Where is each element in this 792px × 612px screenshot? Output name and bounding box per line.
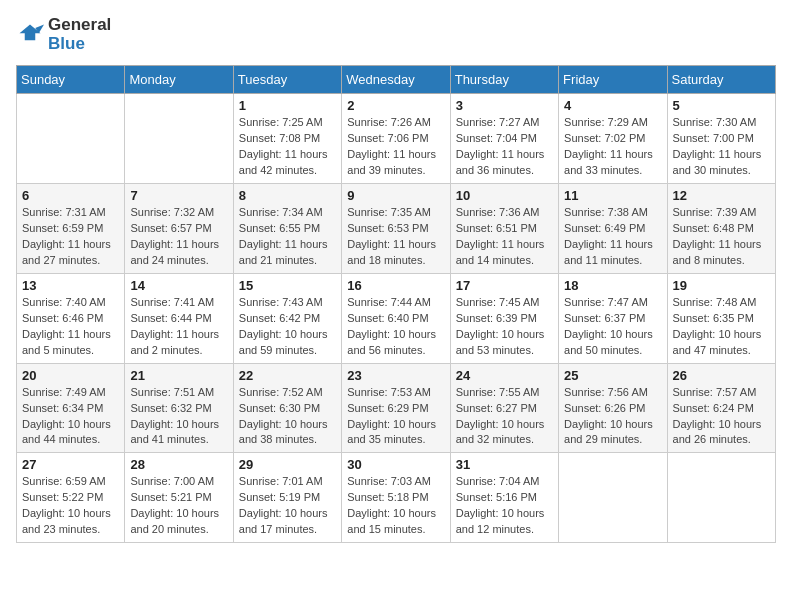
day-info: Sunrise: 7:01 AM Sunset: 5:19 PM Dayligh… (239, 474, 336, 538)
calendar-cell: 5Sunrise: 7:30 AM Sunset: 7:00 PM Daylig… (667, 94, 775, 184)
day-info: Sunrise: 7:48 AM Sunset: 6:35 PM Dayligh… (673, 295, 770, 359)
calendar-cell: 13Sunrise: 7:40 AM Sunset: 6:46 PM Dayli… (17, 273, 125, 363)
day-info: Sunrise: 7:47 AM Sunset: 6:37 PM Dayligh… (564, 295, 661, 359)
day-number: 30 (347, 457, 444, 472)
day-number: 6 (22, 188, 119, 203)
day-info: Sunrise: 7:26 AM Sunset: 7:06 PM Dayligh… (347, 115, 444, 179)
calendar-cell: 19Sunrise: 7:48 AM Sunset: 6:35 PM Dayli… (667, 273, 775, 363)
calendar-cell: 21Sunrise: 7:51 AM Sunset: 6:32 PM Dayli… (125, 363, 233, 453)
day-info: Sunrise: 7:41 AM Sunset: 6:44 PM Dayligh… (130, 295, 227, 359)
calendar-cell: 29Sunrise: 7:01 AM Sunset: 5:19 PM Dayli… (233, 453, 341, 543)
day-number: 23 (347, 368, 444, 383)
day-info: Sunrise: 7:56 AM Sunset: 6:26 PM Dayligh… (564, 385, 661, 449)
day-number: 9 (347, 188, 444, 203)
day-info: Sunrise: 7:38 AM Sunset: 6:49 PM Dayligh… (564, 205, 661, 269)
day-info: Sunrise: 7:39 AM Sunset: 6:48 PM Dayligh… (673, 205, 770, 269)
calendar-cell: 9Sunrise: 7:35 AM Sunset: 6:53 PM Daylig… (342, 184, 450, 274)
calendar-cell: 11Sunrise: 7:38 AM Sunset: 6:49 PM Dayli… (559, 184, 667, 274)
day-number: 19 (673, 278, 770, 293)
calendar-cell: 31Sunrise: 7:04 AM Sunset: 5:16 PM Dayli… (450, 453, 558, 543)
day-info: Sunrise: 7:34 AM Sunset: 6:55 PM Dayligh… (239, 205, 336, 269)
calendar-cell: 7Sunrise: 7:32 AM Sunset: 6:57 PM Daylig… (125, 184, 233, 274)
day-number: 5 (673, 98, 770, 113)
calendar-week-row: 1Sunrise: 7:25 AM Sunset: 7:08 PM Daylig… (17, 94, 776, 184)
day-number: 21 (130, 368, 227, 383)
calendar-cell: 1Sunrise: 7:25 AM Sunset: 7:08 PM Daylig… (233, 94, 341, 184)
day-number: 11 (564, 188, 661, 203)
day-info: Sunrise: 7:45 AM Sunset: 6:39 PM Dayligh… (456, 295, 553, 359)
day-info: Sunrise: 7:00 AM Sunset: 5:21 PM Dayligh… (130, 474, 227, 538)
day-number: 25 (564, 368, 661, 383)
calendar-cell: 27Sunrise: 6:59 AM Sunset: 5:22 PM Dayli… (17, 453, 125, 543)
day-number: 10 (456, 188, 553, 203)
day-info: Sunrise: 6:59 AM Sunset: 5:22 PM Dayligh… (22, 474, 119, 538)
day-info: Sunrise: 7:29 AM Sunset: 7:02 PM Dayligh… (564, 115, 661, 179)
day-number: 28 (130, 457, 227, 472)
calendar-week-row: 13Sunrise: 7:40 AM Sunset: 6:46 PM Dayli… (17, 273, 776, 363)
calendar-week-row: 27Sunrise: 6:59 AM Sunset: 5:22 PM Dayli… (17, 453, 776, 543)
calendar-cell (667, 453, 775, 543)
day-of-week-header: Friday (559, 66, 667, 94)
day-number: 15 (239, 278, 336, 293)
page-header: General Blue (16, 16, 776, 53)
calendar-header-row: SundayMondayTuesdayWednesdayThursdayFrid… (17, 66, 776, 94)
day-info: Sunrise: 7:55 AM Sunset: 6:27 PM Dayligh… (456, 385, 553, 449)
day-info: Sunrise: 7:04 AM Sunset: 5:16 PM Dayligh… (456, 474, 553, 538)
day-number: 8 (239, 188, 336, 203)
day-info: Sunrise: 7:32 AM Sunset: 6:57 PM Dayligh… (130, 205, 227, 269)
day-number: 16 (347, 278, 444, 293)
logo-text-general: General (48, 16, 111, 35)
calendar-table: SundayMondayTuesdayWednesdayThursdayFrid… (16, 65, 776, 543)
day-of-week-header: Tuesday (233, 66, 341, 94)
calendar-cell: 17Sunrise: 7:45 AM Sunset: 6:39 PM Dayli… (450, 273, 558, 363)
day-of-week-header: Sunday (17, 66, 125, 94)
calendar-cell (17, 94, 125, 184)
calendar-cell: 22Sunrise: 7:52 AM Sunset: 6:30 PM Dayli… (233, 363, 341, 453)
calendar-cell: 25Sunrise: 7:56 AM Sunset: 6:26 PM Dayli… (559, 363, 667, 453)
calendar-cell: 28Sunrise: 7:00 AM Sunset: 5:21 PM Dayli… (125, 453, 233, 543)
calendar-cell: 16Sunrise: 7:44 AM Sunset: 6:40 PM Dayli… (342, 273, 450, 363)
calendar-cell: 18Sunrise: 7:47 AM Sunset: 6:37 PM Dayli… (559, 273, 667, 363)
calendar-cell: 26Sunrise: 7:57 AM Sunset: 6:24 PM Dayli… (667, 363, 775, 453)
calendar-cell: 2Sunrise: 7:26 AM Sunset: 7:06 PM Daylig… (342, 94, 450, 184)
logo-text-blue: Blue (48, 35, 111, 54)
logo-icon (16, 21, 44, 49)
day-info: Sunrise: 7:57 AM Sunset: 6:24 PM Dayligh… (673, 385, 770, 449)
calendar-week-row: 20Sunrise: 7:49 AM Sunset: 6:34 PM Dayli… (17, 363, 776, 453)
day-number: 26 (673, 368, 770, 383)
day-of-week-header: Monday (125, 66, 233, 94)
svg-marker-0 (20, 24, 41, 40)
calendar-cell: 15Sunrise: 7:43 AM Sunset: 6:42 PM Dayli… (233, 273, 341, 363)
day-number: 20 (22, 368, 119, 383)
day-info: Sunrise: 7:43 AM Sunset: 6:42 PM Dayligh… (239, 295, 336, 359)
day-of-week-header: Thursday (450, 66, 558, 94)
day-number: 4 (564, 98, 661, 113)
calendar-cell: 3Sunrise: 7:27 AM Sunset: 7:04 PM Daylig… (450, 94, 558, 184)
calendar-week-row: 6Sunrise: 7:31 AM Sunset: 6:59 PM Daylig… (17, 184, 776, 274)
day-of-week-header: Saturday (667, 66, 775, 94)
day-info: Sunrise: 7:52 AM Sunset: 6:30 PM Dayligh… (239, 385, 336, 449)
day-number: 13 (22, 278, 119, 293)
day-number: 14 (130, 278, 227, 293)
day-info: Sunrise: 7:44 AM Sunset: 6:40 PM Dayligh… (347, 295, 444, 359)
calendar-cell: 23Sunrise: 7:53 AM Sunset: 6:29 PM Dayli… (342, 363, 450, 453)
calendar-cell: 14Sunrise: 7:41 AM Sunset: 6:44 PM Dayli… (125, 273, 233, 363)
day-number: 29 (239, 457, 336, 472)
day-info: Sunrise: 7:40 AM Sunset: 6:46 PM Dayligh… (22, 295, 119, 359)
day-of-week-header: Wednesday (342, 66, 450, 94)
calendar-cell: 6Sunrise: 7:31 AM Sunset: 6:59 PM Daylig… (17, 184, 125, 274)
day-info: Sunrise: 7:27 AM Sunset: 7:04 PM Dayligh… (456, 115, 553, 179)
calendar-cell (125, 94, 233, 184)
calendar-cell: 30Sunrise: 7:03 AM Sunset: 5:18 PM Dayli… (342, 453, 450, 543)
day-info: Sunrise: 7:30 AM Sunset: 7:00 PM Dayligh… (673, 115, 770, 179)
calendar-cell: 10Sunrise: 7:36 AM Sunset: 6:51 PM Dayli… (450, 184, 558, 274)
day-info: Sunrise: 7:51 AM Sunset: 6:32 PM Dayligh… (130, 385, 227, 449)
day-info: Sunrise: 7:25 AM Sunset: 7:08 PM Dayligh… (239, 115, 336, 179)
calendar-cell (559, 453, 667, 543)
calendar-cell: 12Sunrise: 7:39 AM Sunset: 6:48 PM Dayli… (667, 184, 775, 274)
day-info: Sunrise: 7:53 AM Sunset: 6:29 PM Dayligh… (347, 385, 444, 449)
day-info: Sunrise: 7:36 AM Sunset: 6:51 PM Dayligh… (456, 205, 553, 269)
calendar-cell: 20Sunrise: 7:49 AM Sunset: 6:34 PM Dayli… (17, 363, 125, 453)
logo: General Blue (16, 16, 111, 53)
day-number: 17 (456, 278, 553, 293)
